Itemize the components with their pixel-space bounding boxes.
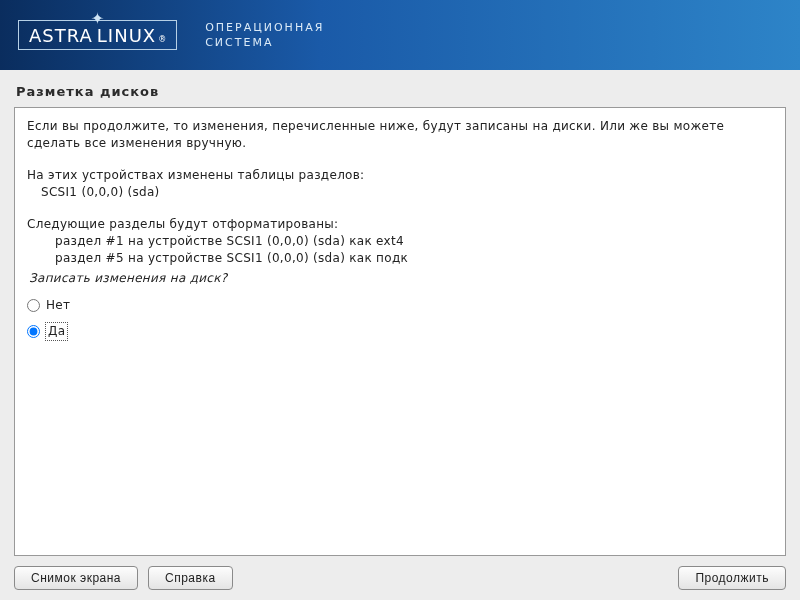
header-subtitle: ОПЕРАЦИОННАЯ СИСТЕМА [205, 20, 324, 51]
radio-group: Нет Да [27, 297, 773, 340]
radio-option-no[interactable]: Нет [27, 297, 773, 314]
subtitle-line-1: ОПЕРАЦИОННАЯ [205, 20, 324, 35]
devices-heading: На этих устройствах изменены таблицы раз… [27, 167, 773, 184]
installer-body: Разметка дисков Если вы продолжите, то и… [0, 70, 800, 600]
radio-input-no[interactable] [27, 299, 40, 312]
continue-button[interactable]: Продолжить [678, 566, 786, 590]
star-icon: ✦ [91, 11, 104, 27]
content-panel: Если вы продолжите, то изменения, перечи… [14, 107, 786, 556]
format-line-2: раздел #5 на устройстве SCSI1 (0,0,0) (s… [27, 250, 773, 267]
intro-text: Если вы продолжите, то изменения, перечи… [27, 118, 773, 153]
confirm-question: Записать изменения на диск? [29, 270, 773, 287]
help-button[interactable]: Справка [148, 566, 233, 590]
footer-bar: Снимок экрана Справка Продолжить [14, 556, 786, 590]
page-title: Разметка дисков [16, 84, 786, 99]
astra-linux-logo: ✦ ASTRA LINUX ® [18, 20, 177, 50]
logo-text-astra: ASTRA [29, 25, 93, 46]
radio-label-no[interactable]: Нет [46, 297, 70, 314]
screenshot-button[interactable]: Снимок экрана [14, 566, 138, 590]
radio-label-yes[interactable]: Да [46, 323, 67, 340]
subtitle-line-2: СИСТЕМА [205, 35, 324, 50]
format-heading: Следующие разделы будут отформатированы: [27, 216, 773, 233]
registered-mark: ® [158, 35, 166, 44]
device-line-1: SCSI1 (0,0,0) (sda) [27, 184, 773, 201]
format-line-1: раздел #1 на устройстве SCSI1 (0,0,0) (s… [27, 233, 773, 250]
radio-option-yes[interactable]: Да [27, 323, 773, 340]
radio-input-yes[interactable] [27, 325, 40, 338]
logo-text-linux: LINUX [97, 25, 156, 46]
installer-header: ✦ ASTRA LINUX ® ОПЕРАЦИОННАЯ СИСТЕМА [0, 0, 800, 70]
